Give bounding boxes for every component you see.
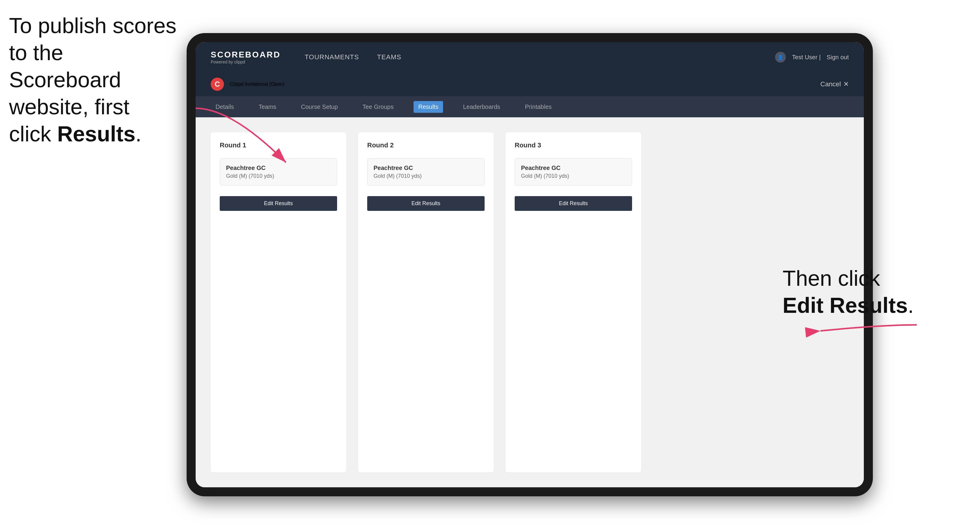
- nav-right: 👤 Test User | Sign out: [775, 52, 849, 63]
- instruction-left: To publish scores to the Scoreboard webs…: [9, 12, 178, 148]
- tablet: SCOREBOARD Powered by clippd TOURNAMENTS…: [187, 33, 873, 496]
- main-content: Round 1 Peachtree GC Gold (M) (7010 yds)…: [196, 117, 864, 487]
- cancel-label: Cancel: [821, 80, 841, 88]
- instruction-line2: to the Scoreboard: [9, 41, 121, 92]
- tab-details[interactable]: Details: [211, 101, 239, 113]
- tournament-initial: C: [211, 78, 224, 91]
- instruction-edit-results-bold: Edit Results: [783, 293, 908, 317]
- instruction-line1: To publish scores: [9, 14, 177, 38]
- round-3-course: Peachtree GC Gold (M) (7010 yds): [515, 158, 632, 186]
- round-2-course-details: Gold (M) (7010 yds): [374, 173, 478, 179]
- round-2-title: Round 2: [367, 141, 485, 149]
- user-label: Test User |: [792, 54, 821, 61]
- edit-results-btn-2[interactable]: Edit Results: [367, 196, 485, 211]
- user-icon: 👤: [775, 52, 786, 63]
- round-2-course-name: Peachtree GC: [374, 165, 478, 171]
- tab-printables[interactable]: Printables: [520, 101, 557, 113]
- close-icon: ✕: [843, 80, 849, 88]
- round-1-card: Round 1 Peachtree GC Gold (M) (7010 yds)…: [211, 132, 346, 472]
- top-nav: SCOREBOARD Powered by clippd TOURNAMENTS…: [196, 42, 864, 72]
- round-1-course-name: Peachtree GC: [226, 165, 331, 171]
- tab-bar: Details Teams Course Setup Tee Groups Re…: [196, 96, 864, 117]
- round-2-card: Round 2 Peachtree GC Gold (M) (7010 yds)…: [358, 132, 493, 472]
- instruction-right-end: .: [908, 293, 914, 317]
- logo-text: SCOREBOARD: [211, 50, 280, 60]
- round-3-course-details: Gold (M) (7010 yds): [521, 173, 626, 179]
- edit-results-btn-1[interactable]: Edit Results: [220, 196, 337, 211]
- logo-sub: Powered by clippd: [211, 60, 280, 64]
- tab-course-setup[interactable]: Course Setup: [296, 101, 342, 113]
- round-3-card: Round 3 Peachtree GC Gold (M) (7010 yds)…: [506, 132, 641, 472]
- round-1-course: Peachtree GC Gold (M) (7010 yds): [220, 158, 337, 186]
- nav-teams[interactable]: TEAMS: [377, 52, 401, 63]
- nav-items: TOURNAMENTS TEAMS: [305, 52, 775, 63]
- tab-results[interactable]: Results: [414, 101, 443, 113]
- instruction-line3: website, first: [9, 95, 129, 119]
- tab-tee-groups[interactable]: Tee Groups: [358, 101, 398, 113]
- edit-results-btn-3[interactable]: Edit Results: [515, 196, 632, 211]
- instruction-line4-plain: click: [9, 122, 57, 146]
- round-1-title: Round 1: [220, 141, 337, 149]
- nav-tournaments[interactable]: TOURNAMENTS: [305, 52, 359, 63]
- round-3-course-name: Peachtree GC: [521, 165, 626, 171]
- tournament-title: C Clippd Invitational (Open): [211, 78, 821, 91]
- tournament-name: Clippd Invitational (Open): [230, 81, 285, 87]
- sub-nav: C Clippd Invitational (Open) Cancel ✕: [196, 72, 864, 96]
- instruction-right-line1: Then click: [783, 266, 880, 290]
- tab-leaderboards[interactable]: Leaderboards: [458, 101, 505, 113]
- cancel-button[interactable]: Cancel ✕: [821, 80, 849, 88]
- logo: SCOREBOARD Powered by clippd: [211, 50, 280, 64]
- instruction-right: Then click Edit Results.: [783, 265, 914, 319]
- round-3-title: Round 3: [515, 141, 632, 149]
- instruction-results-bold: Results: [57, 122, 135, 146]
- instruction-line4-end: .: [135, 122, 142, 146]
- sign-out-link[interactable]: Sign out: [827, 54, 849, 61]
- round-2-course: Peachtree GC Gold (M) (7010 yds): [367, 158, 485, 186]
- tab-teams[interactable]: Teams: [254, 101, 281, 113]
- tablet-screen: SCOREBOARD Powered by clippd TOURNAMENTS…: [196, 42, 864, 487]
- round-1-course-details: Gold (M) (7010 yds): [226, 173, 331, 179]
